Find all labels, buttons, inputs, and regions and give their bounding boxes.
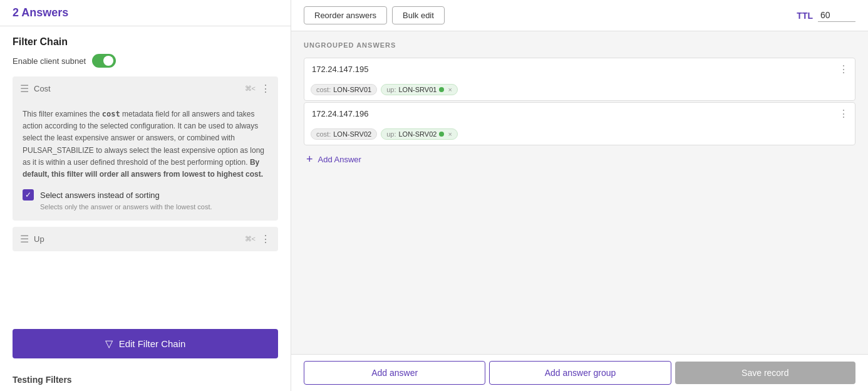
answer-input-row-1: ⋮ (304, 58, 855, 80)
up-tag-close-2[interactable]: × (448, 130, 452, 138)
answer-row-2: ⋮ cost: LON-SRV02 up: LON-SRV02 × (304, 102, 855, 145)
checkbox-sublabel: Selects only the answer or answers with … (40, 203, 268, 211)
ttl-input[interactable] (818, 9, 855, 22)
checkmark-icon: ✓ (25, 190, 31, 199)
filter-chain-title: Filter Chain (13, 36, 278, 48)
up-filter-name: Up (34, 234, 44, 244)
up-filter-card: ☰ Up ⌘< ⋮ (13, 227, 278, 251)
testing-filters-label: Testing Filters (0, 368, 291, 391)
up-tag-1: up: LON-SRV01 × (381, 84, 458, 95)
cost-filter-header-left: ☰ Cost (20, 83, 51, 95)
filter-icon: ▽ (105, 338, 113, 350)
add-plus-icon: + (306, 153, 313, 166)
add-answer-label: Add Answer (318, 155, 361, 164)
up-status-indicator-2 (439, 132, 444, 137)
up-status-indicator-1 (439, 87, 444, 92)
enable-client-subnet-row: Enable client subnet (13, 54, 278, 68)
reorder-answers-button[interactable]: Reorder answers (304, 6, 387, 24)
select-answers-checkbox[interactable]: ✓ (23, 189, 34, 201)
cost-tag-val-2: LON-SRV02 (333, 130, 371, 138)
drag-icon: ☰ (20, 83, 29, 95)
ttl-row: TTL (797, 9, 855, 22)
save-record-button[interactable]: Save record (675, 362, 855, 384)
up-tag-key-2: up: (386, 130, 396, 138)
answer-2-more-icon[interactable]: ⋮ (832, 103, 855, 125)
client-subnet-toggle[interactable] (92, 54, 116, 68)
up-shortcut: ⌘< (245, 235, 256, 243)
cost-filter-more-icon[interactable]: ⋮ (261, 83, 271, 95)
up-filter-header-left: ☰ Up (20, 233, 44, 245)
up-filter-header: ☰ Up ⌘< ⋮ (13, 227, 278, 251)
answer-ip-input-2[interactable] (304, 103, 832, 125)
add-answer-row[interactable]: + Add Answer (304, 147, 855, 172)
up-tag-val-1: LON-SRV01 (398, 86, 437, 93)
cost-tag-key-2: cost: (316, 130, 331, 138)
answer-1-tags: cost: LON-SRV01 up: LON-SRV01 × (304, 80, 855, 100)
edit-filter-chain-label: Edit Filter Chain (119, 338, 186, 349)
cost-tag-2: cost: LON-SRV02 (311, 128, 377, 140)
checkbox-label: Select answers instead of sorting (40, 190, 160, 200)
cost-filter-name: Cost (34, 84, 51, 93)
up-tag-2: up: LON-SRV02 × (381, 128, 458, 140)
cost-filter-header: ☰ Cost ⌘< ⋮ (13, 76, 278, 101)
ttl-label: TTL (797, 11, 813, 21)
up-tag-close-1[interactable]: × (448, 86, 452, 93)
bulk-edit-button[interactable]: Bulk edit (392, 6, 445, 24)
cost-tag-1: cost: LON-SRV01 (311, 84, 377, 95)
right-header-buttons: Reorder answers Bulk edit (304, 6, 445, 24)
answer-row-1: ⋮ cost: LON-SRV01 up: LON-SRV01 × (304, 58, 855, 101)
up-tag-val-2: LON-SRV02 (398, 130, 437, 138)
left-panel: 2 Answers Filter Chain Enable client sub… (0, 0, 291, 391)
answer-ip-input-1[interactable] (304, 58, 832, 80)
cost-filter-body: This filter examines the cost metadata f… (13, 101, 278, 221)
filter-chain-section: Filter Chain Enable client subnet ☰ Cost… (0, 26, 291, 323)
answer-2-tags: cost: LON-SRV02 up: LON-SRV02 × (304, 125, 855, 145)
cost-tag-key-1: cost: (316, 86, 331, 93)
up-filter-more-icon[interactable]: ⋮ (261, 233, 271, 245)
add-answer-group-button[interactable]: Add answer group (489, 361, 671, 385)
cost-tag-val-1: LON-SRV01 (333, 86, 371, 93)
action-buttons: Add answer Add answer group Save record (291, 354, 868, 391)
ungrouped-title: UNGROUPED ANSWERS (304, 41, 855, 49)
right-header: Reorder answers Bulk edit TTL (291, 0, 868, 31)
answer-input-row-2: ⋮ (304, 103, 855, 125)
up-drag-icon: ☰ (20, 233, 29, 245)
checkbox-row: ✓ Select answers instead of sorting (23, 189, 268, 201)
up-filter-header-right: ⌘< ⋮ (245, 233, 271, 245)
edit-filter-chain-button[interactable]: ▽ Edit Filter Chain (13, 329, 278, 358)
cost-shortcut: ⌘< (245, 85, 256, 93)
enable-client-subnet-label: Enable client subnet (13, 56, 86, 66)
answer-1-more-icon[interactable]: ⋮ (832, 58, 855, 80)
answers-header: 2 Answers (0, 0, 291, 26)
cost-filter-description: This filter examines the cost metadata f… (23, 108, 268, 180)
answers-title: 2 Answers (13, 6, 68, 19)
right-panel: Reorder answers Bulk edit TTL UNGROUPED … (291, 0, 868, 391)
cost-filter-card: ☰ Cost ⌘< ⋮ This filter examines the cos… (13, 76, 278, 221)
cost-filter-header-right: ⌘< ⋮ (245, 83, 271, 95)
add-answer-button[interactable]: Add answer (304, 361, 485, 385)
up-tag-key-1: up: (386, 86, 396, 93)
answers-content: UNGROUPED ANSWERS ⋮ cost: LON-SRV01 up: … (291, 31, 868, 354)
